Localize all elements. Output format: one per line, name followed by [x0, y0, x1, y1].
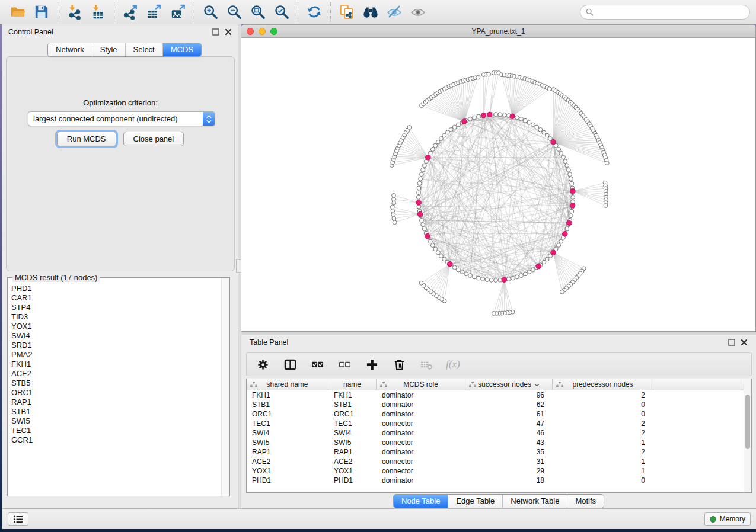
mcds-hub-node[interactable] [426, 155, 431, 161]
ring-node[interactable] [468, 274, 473, 278]
mcds-hub-node[interactable] [425, 233, 430, 239]
ring-node[interactable] [433, 143, 438, 148]
delete-column-button[interactable] [391, 357, 407, 372]
ring-node[interactable] [485, 278, 489, 282]
show-all-button[interactable] [406, 2, 430, 22]
mcds-hub-node[interactable] [417, 211, 423, 217]
save-button[interactable] [30, 2, 53, 22]
fan-node[interactable] [560, 290, 564, 294]
network-canvas[interactable] [241, 38, 755, 331]
select-all-button[interactable] [310, 357, 325, 372]
mcds-node-item[interactable]: RAP1 [11, 398, 221, 407]
fan-node[interactable] [487, 72, 491, 76]
ring-node[interactable] [565, 227, 569, 231]
tab-network-table[interactable]: Network Table [502, 495, 567, 508]
mcds-hub-node[interactable] [551, 139, 556, 145]
ring-node[interactable] [457, 123, 461, 127]
fan-node[interactable] [391, 209, 395, 213]
ring-node[interactable] [460, 270, 464, 274]
ring-node[interactable] [473, 275, 477, 279]
mcds-node-item[interactable]: ACE2 [11, 369, 221, 379]
ring-node[interactable] [563, 159, 567, 164]
ring-node[interactable] [531, 268, 535, 272]
mcds-node-item[interactable]: YOX1 [11, 322, 221, 331]
ring-node[interactable] [473, 116, 477, 120]
tab-network[interactable]: Network [48, 43, 92, 56]
ring-node[interactable] [569, 214, 573, 218]
mcds-hub-node[interactable] [536, 264, 541, 269]
export-table-button[interactable] [142, 2, 166, 22]
ring-node[interactable] [523, 118, 527, 123]
ring-node[interactable] [527, 270, 531, 274]
split-panel-button[interactable] [282, 357, 298, 372]
ring-node[interactable] [527, 121, 531, 125]
ring-node[interactable] [416, 196, 420, 200]
fan-node[interactable] [547, 87, 551, 91]
splitter-handle[interactable] [236, 259, 241, 273]
fan-node[interactable] [390, 205, 394, 209]
hide-selected-button[interactable] [382, 2, 406, 22]
mcds-node-item[interactable]: TID3 [11, 312, 221, 322]
show-panels-button[interactable] [8, 512, 28, 526]
export-image-button[interactable] [166, 2, 190, 22]
mcds-node-item[interactable]: SRD1 [11, 341, 221, 350]
deselect-all-button[interactable] [337, 357, 352, 372]
network-graph[interactable] [241, 38, 755, 331]
ring-node[interactable] [442, 133, 446, 137]
table-row[interactable]: ORC1ORC1dominator610 [247, 409, 744, 419]
mcds-hub-node[interactable] [551, 250, 556, 255]
ring-node[interactable] [523, 272, 527, 276]
export-network-button[interactable] [119, 2, 142, 22]
ring-node[interactable] [489, 278, 493, 282]
ring-node[interactable] [506, 277, 511, 281]
ring-node[interactable] [545, 257, 549, 261]
mcds-hub-node[interactable] [510, 114, 515, 119]
ring-node[interactable] [498, 113, 502, 117]
ring-node[interactable] [417, 191, 421, 195]
memory-button[interactable]: Memory [704, 512, 751, 526]
mcds-node-item[interactable]: STB5 [11, 379, 221, 388]
ring-node[interactable] [420, 218, 424, 222]
ring-node[interactable] [439, 254, 444, 258]
ring-node[interactable] [531, 123, 535, 127]
table-row[interactable]: ACE2ACE2connector311 [247, 457, 744, 466]
column-header-shared-name[interactable]: shared name [247, 379, 328, 390]
network-search-input[interactable] [580, 5, 750, 20]
ring-node[interactable] [545, 133, 549, 137]
fan-node[interactable] [605, 161, 609, 165]
ring-node[interactable] [494, 278, 498, 283]
ring-node[interactable] [567, 168, 571, 172]
ring-node[interactable] [559, 239, 563, 243]
mcds-hub-node[interactable] [570, 188, 576, 194]
ring-node[interactable] [511, 276, 515, 280]
ring-node[interactable] [421, 223, 425, 227]
ring-node[interactable] [538, 127, 543, 132]
ring-node[interactable] [422, 164, 426, 168]
ring-node[interactable] [417, 181, 422, 185]
table-row[interactable]: SWI4SWI4dominator462 [247, 428, 744, 438]
ring-node[interactable] [565, 164, 569, 168]
mcds-hub-node[interactable] [567, 220, 572, 226]
table-row[interactable]: YOX1YOX1connector291 [247, 466, 744, 476]
ring-node[interactable] [481, 277, 485, 281]
fan-node[interactable] [492, 312, 496, 316]
ring-node[interactable] [419, 177, 423, 181]
table-scrollbar[interactable] [744, 379, 751, 492]
ring-node[interactable] [557, 243, 561, 248]
fan-node[interactable] [604, 204, 608, 208]
ring-node[interactable] [515, 275, 519, 279]
table-row[interactable]: FKH1FKH1dominator962 [247, 390, 744, 400]
ring-node[interactable] [515, 116, 519, 120]
ring-node[interactable] [542, 260, 546, 264]
tab-select[interactable]: Select [125, 43, 162, 56]
optimization-criterion-select[interactable]: largest connected component (undirected) [28, 111, 215, 126]
network-window-titlebar[interactable]: YPA_prune.txt_1 [241, 25, 755, 38]
ring-node[interactable] [442, 257, 446, 261]
mcds-node-item[interactable]: FKH1 [11, 360, 221, 369]
fan-node[interactable] [407, 126, 412, 130]
mcds-node-item[interactable]: SWI4 [11, 331, 221, 341]
table-row[interactable]: SWI5SWI5connector431 [247, 438, 744, 447]
table-row[interactable]: TEC1TEC1connector472 [247, 419, 744, 428]
ring-node[interactable] [569, 177, 573, 181]
ring-node[interactable] [502, 113, 506, 117]
